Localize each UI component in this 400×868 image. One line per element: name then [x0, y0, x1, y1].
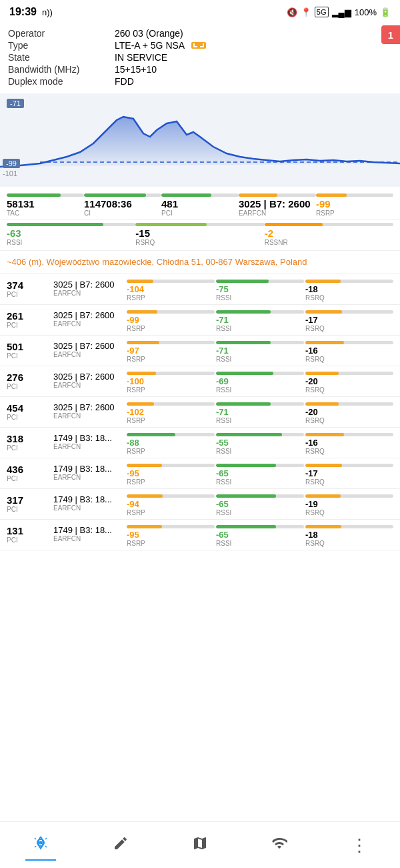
earfcn-value: 3025 | B7: 2600 [53, 372, 127, 382]
metric-rsrq: -17 RSRQ [305, 464, 393, 486]
pci-value: 454 [7, 402, 53, 414]
wifi-nav-icon [271, 835, 287, 855]
rssi-value: -71 [216, 315, 304, 325]
stat-label: RSRP [316, 209, 393, 217]
stat-bar [316, 193, 347, 197]
duplex-value: FDD [115, 76, 134, 87]
metric-rsrp: -102 RSRP [127, 402, 215, 424]
earfcn-label: EARFCN [53, 412, 127, 420]
pci-label: PCI [7, 414, 53, 421]
rsrp-value: -102 [127, 407, 215, 417]
rsrp-bar-wrap [127, 280, 215, 283]
earfcn-label: EARFCN [53, 351, 127, 358]
cell-metrics: -102 RSRP -71 RSSI -20 RSRQ [127, 402, 393, 424]
stat-bar-wrap [316, 193, 393, 197]
status-bar: 19:39 n)) 🔇 📍 5G ▂▄▆ 100% 🔋 [0, 0, 400, 24]
cell-metrics: -88 RSRP -55 RSSI -16 RSRQ [127, 433, 393, 455]
metric-rssi: -65 RSSI [216, 525, 304, 547]
rssi-value: -65 [216, 530, 304, 540]
rsrp-bar [127, 402, 154, 406]
pci-label: PCI [7, 352, 53, 360]
earfcn-label: EARFCN [53, 504, 127, 512]
nav-item-more[interactable]: ⋮ [344, 833, 375, 858]
cell-pci: 131 PCI [7, 525, 53, 544]
rsrq-bar [305, 494, 341, 498]
rsrq-label: RSRQ [305, 325, 393, 332]
rssi-bar [216, 433, 282, 436]
nav-item-wifi[interactable] [265, 831, 294, 859]
nav-item-signal[interactable] [25, 830, 56, 861]
quality-bar [7, 223, 103, 226]
cell-earfcn: 3025 | B7: 2600 EARFCN [53, 341, 127, 358]
rssi-label: RSSI [216, 509, 304, 516]
signal-bars-icon: ▂▄▆ [332, 7, 351, 17]
cell-earfcn: 1749 | B3: 18... EARFCN [53, 433, 127, 450]
pci-value: 374 [7, 280, 53, 291]
rsrq-bar-wrap [305, 464, 393, 467]
metric-rsrp: -95 RSRP [127, 525, 215, 547]
earfcn-value: 1749 | B3: 18... [53, 494, 127, 504]
nav-item-edit[interactable] [106, 831, 135, 859]
rsrq-label: RSRQ [305, 417, 393, 424]
pci-label: PCI [7, 322, 53, 329]
edit-nav-icon [113, 835, 129, 855]
metric-rsrp: -95 RSRP [127, 464, 215, 486]
cell-pci: 261 PCI [7, 310, 53, 329]
stat-label: TAC [7, 209, 84, 217]
rssi-label: RSSI [216, 386, 304, 394]
rsrq-label: RSRQ [305, 356, 393, 363]
rsrp-bar [127, 464, 162, 467]
primary-stat-pci: 481 PCI [161, 193, 239, 217]
table-row: 454 PCI 3025 | B7: 2600 EARFCN -102 RSRP… [0, 397, 400, 428]
rsrp-bar-wrap [127, 464, 215, 467]
stat-value: 114708:36 [84, 198, 161, 209]
cell-pci: 374 PCI [7, 280, 53, 298]
cell-metrics: -99 RSRP -71 RSSI -17 RSRQ [127, 310, 393, 332]
earfcn-value: 1749 | B3: 18... [53, 525, 127, 535]
rsrp-bar [127, 433, 175, 436]
rsrp-value: -97 [127, 346, 215, 356]
metric-rssi: -71 RSSI [216, 310, 304, 332]
quality-value: -15 [135, 228, 264, 239]
rsrq-value: -18 [305, 530, 393, 540]
metric-rssi: -65 RSSI [216, 464, 304, 486]
cell-metrics: -95 RSRP -65 RSSI -18 RSRQ [127, 525, 393, 547]
rsrq-value: -17 [305, 315, 393, 325]
quality-value: -2 [265, 228, 393, 239]
quality-stat-rsrq: -15 RSRQ [135, 223, 264, 246]
info-row-state: State IN SERVICE [8, 52, 392, 63]
notification-badge[interactable]: 1 [381, 25, 400, 44]
rssi-bar [216, 280, 269, 283]
rsrq-bar-wrap [305, 280, 393, 283]
pci-value: 317 [7, 494, 53, 506]
nav-item-map[interactable] [185, 831, 215, 859]
cell-pci: 318 PCI [7, 433, 53, 452]
metric-rsrp: -104 RSRP [127, 280, 215, 302]
stat-value: 58131 [7, 198, 84, 209]
rssi-value: -65 [216, 499, 304, 509]
pci-value: 276 [7, 372, 53, 383]
cell-metrics: -104 RSRP -75 RSSI -18 RSRQ [127, 280, 393, 302]
rssi-label: RSSI [216, 356, 304, 363]
info-row-type: Type LTE-A + 5G NSA [8, 40, 392, 51]
rsrp-bar [127, 310, 157, 314]
5g-icon: 5G [315, 7, 329, 17]
metric-rsrp: -88 RSRP [127, 433, 215, 455]
table-row: 276 PCI 3025 | B7: 2600 EARFCN -100 RSRP… [0, 366, 400, 397]
metric-rsrq: -18 RSRQ [305, 280, 393, 302]
pci-value: 131 [7, 525, 53, 536]
rssi-bar-wrap [216, 310, 304, 314]
battery-icon: 🔋 [380, 7, 391, 17]
rssi-label: RSSI [216, 325, 304, 332]
chart-label-top: -71 [7, 99, 24, 108]
metric-rssi: -69 RSSI [216, 372, 304, 394]
stat-value: 481 [161, 198, 239, 209]
cell-earfcn: 1749 | B3: 18... EARFCN [53, 464, 127, 481]
earfcn-value: 1749 | B3: 18... [53, 464, 127, 474]
rsrq-bar-wrap [305, 372, 393, 375]
svg-point-2 [39, 841, 42, 844]
rsrq-value: -20 [305, 407, 393, 417]
earfcn-label: EARFCN [53, 290, 127, 297]
rsrp-bar-wrap [127, 310, 215, 314]
quality-bar-wrap [7, 223, 135, 226]
